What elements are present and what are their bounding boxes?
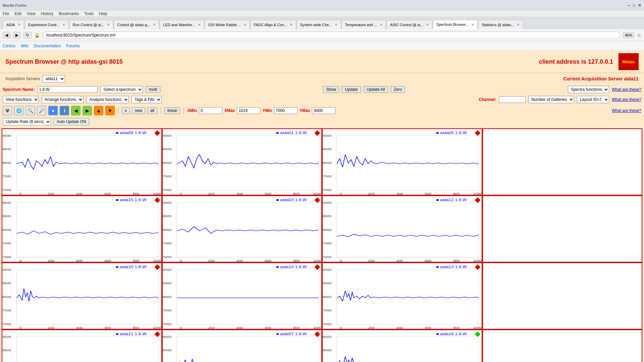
forward-button[interactable]: ▶: [13, 32, 21, 39]
tab-close[interactable]: ✕: [426, 23, 429, 26]
info-icon-btn[interactable]: ℹ: [60, 106, 69, 115]
tab-asic[interactable]: ASIC Control @ ai...✕: [386, 20, 432, 29]
svg-text:200: 200: [48, 326, 54, 329]
menu-tools[interactable]: Tools: [84, 11, 94, 16]
xmin-input[interactable]: [199, 107, 222, 114]
what-are-these-3[interactable]: What are these?: [612, 108, 641, 113]
svg-text:■ aida01 1.8.W: ■ aida01 1.8.W: [276, 131, 307, 135]
update-rate-dropdown[interactable]: Update Rate (8 secs): [3, 118, 51, 125]
tab-system[interactable]: System wide Che...✕: [297, 20, 341, 29]
analysis-functions-dropdown[interactable]: Analysis functions: [86, 96, 129, 103]
menu-history[interactable]: History: [41, 11, 53, 16]
tab-close[interactable]: ✕: [62, 23, 65, 26]
bookmark-wiki[interactable]: Wiki: [21, 44, 29, 48]
update-all-button[interactable]: Update All: [364, 86, 388, 93]
gallery-cell-2-2[interactable]: ■ aida13 1.8.W 9000 8500 8000 7500 7000 …: [322, 262, 482, 329]
auto-update-button[interactable]: Auto Update ON: [54, 118, 89, 125]
gallery-cell-0-1[interactable]: ■ aida01 1.8.W 9000 8500 8000 7500 7000 …: [162, 128, 322, 195]
tab-close[interactable]: ✕: [198, 23, 201, 26]
arrange-functions-dropdown[interactable]: Arrange functions: [42, 96, 84, 103]
menu-bookmarks[interactable]: Bookmarks: [59, 11, 79, 16]
tab-close[interactable]: ✕: [18, 23, 20, 26]
arrow-down-btn[interactable]: ▼: [105, 106, 115, 115]
gallery-cell-1-0[interactable]: ■ aida15 1.8.W 9000 8500 8000 7500 7000 …: [2, 195, 162, 262]
tab-experiment[interactable]: Experiment Contr...✕: [24, 20, 69, 29]
arrow-up-btn[interactable]: ▲: [94, 106, 103, 115]
what-are-these-1[interactable]: What are these?: [612, 87, 641, 92]
update-button[interactable]: Update: [342, 86, 361, 93]
zoom-in-icon-btn[interactable]: 🔍: [25, 106, 35, 115]
all-button[interactable]: all: [147, 107, 157, 114]
tags-fits-dropdown[interactable]: Tags & Fits: [131, 96, 162, 103]
bookmark-centos[interactable]: Centos: [3, 44, 15, 48]
gallery-cell-0-2[interactable]: ■ aida05 1.8.W 9000 8500 8000 7500 7000 …: [322, 128, 482, 195]
view-functions-dropdown[interactable]: View functions: [3, 96, 39, 103]
linear-button[interactable]: linear: [164, 107, 180, 114]
menu-help[interactable]: Help: [99, 11, 107, 16]
tab-close[interactable]: ✕: [244, 23, 246, 26]
globe-icon-btn[interactable]: 🌐: [14, 106, 23, 115]
arrow-left-btn[interactable]: ◀: [71, 106, 80, 115]
svg-text:800: 800: [133, 192, 140, 195]
tab-statistics[interactable]: Statistics @ aidas...✕: [478, 20, 523, 29]
ymax-input[interactable]: [312, 107, 335, 114]
number-of-galleries-dropdown[interactable]: Number of Galleries: [528, 96, 574, 103]
tab-gsi[interactable]: GSI White Rabbit ...✕: [205, 20, 250, 29]
zoom-out-icon-btn[interactable]: 🔎: [37, 106, 46, 115]
multi-button[interactable]: multi: [146, 86, 160, 93]
svg-text:■ aida15 1.8.W: ■ aida15 1.8.W: [116, 198, 147, 202]
menu-view[interactable]: View: [27, 11, 36, 16]
close-btn[interactable]: ✕: [638, 3, 641, 8]
bookmark-documentation[interactable]: Documentation: [34, 44, 61, 48]
tab-led[interactable]: LED and Wavefor...✕: [160, 20, 204, 29]
spectrum-name-input[interactable]: [37, 86, 98, 93]
gallery-cell-0-0[interactable]: ■ aida09 1.8.W 9000 8500 8000 7500 7000 …: [2, 128, 162, 195]
tab-control[interactable]: Control @ aidas-g...✕: [114, 20, 159, 29]
tab-close[interactable]: ✕: [335, 23, 337, 26]
gallery-cell-1-2[interactable]: ■ aida12 1.8.W 9000 8500 8000 7500 7000 …: [322, 195, 482, 262]
channel-input[interactable]: [499, 96, 526, 103]
chart-0-1: ■ aida01 1.8.W 9000 8500 8000 7500 7000 …: [163, 129, 322, 195]
xmax-input[interactable]: [237, 107, 260, 114]
show-button[interactable]: Show: [323, 86, 339, 93]
gallery-cell-2-1[interactable]: ■ aida14 1.8.W 9000 8500 8000 7500 7000 …: [162, 262, 322, 329]
bookmark-icon[interactable]: ☆: [637, 33, 641, 38]
tab-aida[interactable]: AIDA✕: [3, 20, 24, 29]
what-are-these-2[interactable]: What are these?: [612, 97, 641, 102]
tab-spectrum-browser[interactable]: Spectrum Browse...✕: [433, 20, 478, 29]
gallery-cell-3-2[interactable]: ■ aida16 1.8.W 9000 8500 8000 7500 7000 …: [322, 329, 482, 362]
tab-close[interactable]: ✕: [153, 23, 156, 26]
menu-edit[interactable]: Edit: [14, 11, 21, 16]
select-spectrum-dropdown[interactable]: Select a spectrum: [100, 86, 143, 93]
refresh-button[interactable]: ↻: [23, 32, 32, 39]
tab-close[interactable]: ✕: [471, 23, 474, 26]
gallery-cell-1-1[interactable]: ■ aida03 1.8.W 9000 8500 8000 7500 7000 …: [162, 195, 322, 262]
layout-id-dropdown[interactable]: Layout ID=7: [577, 96, 609, 103]
tab-fadc[interactable]: FADC Align & Con...✕: [250, 20, 296, 29]
gallery-cell-3-1[interactable]: ■ aida07 1.8.W 9000 8500 8000 7500 7000 …: [162, 329, 322, 362]
circle-icon-btn[interactable]: ●: [48, 106, 58, 115]
svg-text:800: 800: [293, 192, 300, 195]
radiation-icon-btn[interactable]: ☢: [3, 106, 12, 115]
back-button[interactable]: ◀: [3, 32, 10, 39]
tab-temperature[interactable]: Temperature and ...✕: [341, 20, 386, 29]
zero-button[interactable]: Zero: [391, 86, 405, 93]
gallery-cell-3-0[interactable]: ■ aida11 1.8.W 9000 8500 8000 7500 7000 …: [2, 329, 162, 362]
x-button[interactable]: x: [122, 107, 130, 114]
arrow-right-btn[interactable]: ▶: [83, 106, 92, 115]
spectra-functions-dropdown[interactable]: Spectra functions: [568, 86, 609, 93]
new-button[interactable]: new: [132, 107, 145, 114]
tab-close[interactable]: ✕: [517, 23, 520, 26]
gallery-cell-2-0[interactable]: ■ aida10 1.8.W 9000 8500 8000 7500 7000 …: [2, 262, 162, 329]
ymin-input[interactable]: [274, 107, 298, 114]
minimize-btn[interactable]: ─: [627, 3, 630, 8]
tab-close[interactable]: ✕: [380, 23, 382, 26]
tab-close[interactable]: ✕: [290, 23, 292, 26]
tab-close[interactable]: ✕: [107, 23, 110, 26]
menu-file[interactable]: File: [3, 11, 9, 16]
maximize-btn[interactable]: □: [633, 3, 635, 8]
tab-run-control[interactable]: Run Control @ ai...✕: [69, 20, 113, 29]
acq-server-dropdown[interactable]: aida11: [43, 75, 65, 82]
bookmark-forums[interactable]: Forums: [66, 44, 80, 48]
url-bar[interactable]: [43, 32, 620, 39]
